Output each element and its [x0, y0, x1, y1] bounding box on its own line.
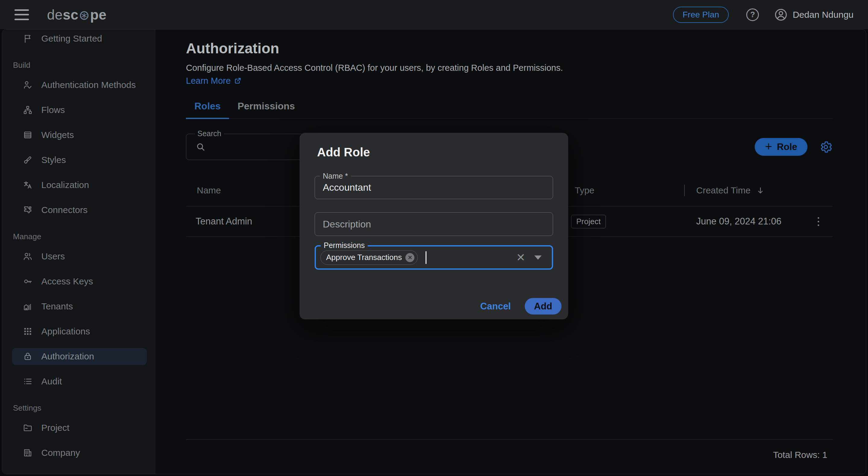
sidebar-item-access-keys[interactable]: Access Keys — [12, 273, 147, 290]
description-input[interactable] — [315, 213, 553, 235]
toolbar-actions: + Role — [755, 138, 833, 156]
cancel-button[interactable]: Cancel — [480, 301, 511, 312]
sidebar-item-applications[interactable]: Applications — [12, 323, 147, 340]
sidebar-item-getting-started[interactable]: Getting Started — [12, 30, 147, 47]
name-field-label: Name * — [320, 172, 351, 181]
sidebar-item-label: Localization — [41, 180, 89, 190]
sidebar-item-label: Flows — [41, 105, 65, 115]
sidebar-section-settings: Settings — [13, 403, 147, 413]
key-icon — [23, 276, 33, 286]
page-description-text: Configure Role-Based Access Control (RBA… — [186, 63, 563, 73]
sidebar-item-users[interactable]: Users — [12, 248, 147, 265]
widgets-icon — [23, 130, 33, 140]
sidebar-item-project[interactable]: Project — [12, 419, 147, 436]
menu-icon[interactable] — [14, 9, 29, 20]
sidebar-item-widgets[interactable]: Widgets — [12, 127, 147, 144]
clear-all-icon[interactable]: ✕ — [516, 252, 525, 263]
audit-list-icon — [23, 376, 33, 386]
sidebar-item-label: Connectors — [41, 205, 87, 215]
text-cursor — [426, 251, 427, 264]
folder-icon — [23, 423, 33, 433]
kebab-menu-icon[interactable] — [816, 215, 821, 228]
sidebar: Getting Started Build Authentication Met… — [2, 30, 155, 474]
sidebar-section-build: Build — [13, 61, 147, 70]
dialog-actions: Cancel Add — [480, 298, 561, 315]
sidebar-item-label: Users — [41, 251, 65, 261]
user-menu[interactable]: Dedan Ndungu — [774, 8, 854, 22]
add-button[interactable]: Add — [525, 298, 561, 315]
sidebar-item-label: Getting Started — [41, 33, 102, 44]
column-header-type[interactable]: Type — [575, 185, 684, 195]
sidebar-item-label: Widgets — [41, 130, 74, 140]
puzzle-icon — [23, 205, 33, 215]
topbar: desc⊛pe Free Plan ? Dedan Ndungu — [0, 0, 868, 29]
sidebar-item-label: Authorization — [41, 351, 94, 361]
sidebar-item-label: Access Keys — [41, 276, 93, 286]
flag-icon — [23, 33, 33, 44]
add-role-button[interactable]: + Role — [755, 138, 807, 156]
building-icon — [23, 448, 33, 458]
chip-delete-icon[interactable]: ✕ — [405, 253, 414, 262]
tab-bar: Roles Permissions — [186, 101, 833, 119]
tenants-icon — [23, 301, 33, 312]
permissions-field[interactable]: Permissions Approve Transactions ✕ ✕ — [315, 245, 553, 269]
column-header-created-time[interactable]: Created Time — [684, 185, 804, 195]
row-actions-cell — [804, 215, 833, 228]
tab-roles[interactable]: Roles — [186, 101, 229, 119]
name-field[interactable]: Name * — [315, 176, 553, 199]
sidebar-item-connectors[interactable]: Connectors — [12, 201, 147, 218]
sort-desc-icon — [756, 186, 765, 195]
external-link-icon — [234, 76, 242, 85]
add-role-dialog: Add Role Name * Permissions Approve Tran… — [300, 133, 568, 319]
sidebar-item-authentication-methods[interactable]: Authentication Methods — [12, 76, 147, 93]
brush-icon — [23, 155, 33, 165]
learn-more-link[interactable]: Learn More — [186, 76, 242, 86]
plan-badge[interactable]: Free Plan — [673, 7, 729, 23]
gear-icon — [819, 140, 833, 154]
sidebar-item-authorization[interactable]: Authorization — [12, 348, 147, 365]
grid-icon — [23, 326, 33, 337]
sidebar-item-label: Project — [41, 423, 69, 433]
search-icon — [195, 141, 206, 153]
person-check-icon — [23, 80, 33, 90]
flow-icon — [23, 105, 33, 115]
help-icon[interactable]: ? — [746, 8, 759, 21]
permissions-field-label: Permissions — [321, 241, 368, 250]
users-icon — [23, 251, 33, 261]
sidebar-item-label: Applications — [41, 326, 90, 337]
sidebar-item-label: Company — [41, 448, 80, 458]
page-description: Configure Role-Based Access Control (RBA… — [186, 61, 573, 87]
lock-icon — [23, 351, 33, 361]
sidebar-item-tenants[interactable]: Tenants — [12, 298, 147, 315]
sidebar-item-flows[interactable]: Flows — [12, 101, 147, 118]
sidebar-item-audit[interactable]: Audit — [12, 373, 147, 390]
total-rows-label: Total Rows: 1 — [186, 440, 833, 460]
dropdown-arrow-icon[interactable] — [534, 255, 541, 260]
sidebar-item-localization[interactable]: Localization — [12, 177, 147, 193]
created-time-cell: June 09, 2024 21:06 — [684, 216, 804, 227]
role-type-cell: Project — [575, 215, 684, 228]
type-badge: Project — [571, 215, 606, 228]
sidebar-item-label: Authentication Methods — [41, 80, 136, 90]
avatar-icon — [774, 8, 788, 22]
sidebar-item-label: Audit — [41, 376, 62, 386]
dialog-title: Add Role — [317, 145, 553, 159]
logo-o-icon: ⊛ — [79, 7, 90, 23]
user-name: Dedan Ndungu — [793, 10, 854, 20]
table-settings-button[interactable] — [819, 140, 833, 154]
sidebar-item-label: Tenants — [41, 301, 73, 312]
plus-icon: + — [765, 140, 772, 153]
permission-chip-label: Approve Transactions — [326, 253, 402, 262]
descope-logo: desc⊛pe — [47, 7, 107, 23]
translate-icon — [23, 180, 33, 190]
sidebar-section-manage: Manage — [13, 232, 147, 241]
page-title: Authorization — [186, 40, 833, 57]
sidebar-item-styles[interactable]: Styles — [12, 152, 147, 168]
search-label: Search — [195, 129, 224, 138]
permission-chip: Approve Transactions ✕ — [320, 250, 418, 265]
logo-text: de — [47, 7, 63, 23]
description-field[interactable] — [315, 212, 553, 236]
sidebar-item-label: Styles — [41, 155, 66, 165]
tab-permissions[interactable]: Permissions — [229, 101, 303, 119]
sidebar-item-company[interactable]: Company — [12, 444, 147, 461]
